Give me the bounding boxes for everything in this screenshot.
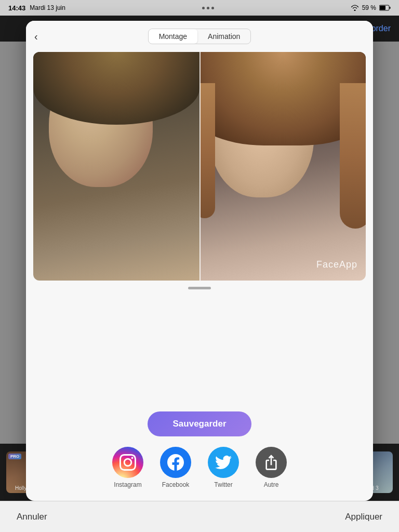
status-date: Mardi 13 juin [30,4,65,11]
battery-label: 59 % [362,4,376,11]
order-button[interactable]: order [371,24,391,33]
twitter-label: Twitter [214,481,232,488]
tab-group: Montage Animation [148,29,251,44]
other-icon [256,447,287,478]
face-left-hair [33,52,200,125]
tab-montage[interactable]: Montage [149,29,197,44]
twitter-svg [215,454,232,471]
wifi-icon [351,5,359,11]
divider-line [200,52,201,281]
face-right-hair-side-left [200,83,215,218]
save-button[interactable]: Sauvegarder [148,411,251,436]
apply-button[interactable]: Appliquer [345,512,382,522]
action-bar: Annuler Appliquer [0,501,399,532]
share-item-facebook[interactable]: Facebook [160,447,191,488]
tab-animation[interactable]: Animation [197,29,250,44]
instagram-icon [112,447,143,478]
watermark: FaceApp [316,259,357,270]
svg-rect-2 [390,7,391,9]
battery-icon [379,5,391,11]
share-row: Instagram Facebook Twitter [112,447,287,488]
other-label: Autre [264,481,279,488]
status-bar: 14:43 Mardi 13 juin 59 % [0,0,399,16]
svg-rect-1 [380,6,385,10]
modal-sheet: ‹ Montage Animation FaceApp Sauvegarder [26,21,373,501]
face-left [33,52,200,281]
share-item-twitter[interactable]: Twitter [208,447,239,488]
status-time: 14:43 [8,4,25,12]
back-button[interactable]: ‹ [34,31,38,43]
facebook-label: Facebook [162,481,190,488]
twitter-icon [208,447,239,478]
status-dots [202,7,214,9]
face-comparison-image: FaceApp [33,52,366,281]
facebook-svg [167,454,184,471]
facebook-icon [160,447,191,478]
other-svg [263,454,280,471]
face-right [200,52,366,281]
pro-badge: PRO [8,454,21,459]
share-item-other[interactable]: Autre [256,447,287,488]
instagram-svg [119,454,136,471]
share-item-instagram[interactable]: Instagram [112,447,143,488]
face-right-hair-side-right [340,83,366,229]
status-right: 59 % [351,4,391,11]
pill-indicator [188,287,211,289]
modal-header: ‹ Montage Animation [26,21,373,52]
instagram-label: Instagram [114,481,141,488]
cancel-button[interactable]: Annuler [17,512,47,522]
